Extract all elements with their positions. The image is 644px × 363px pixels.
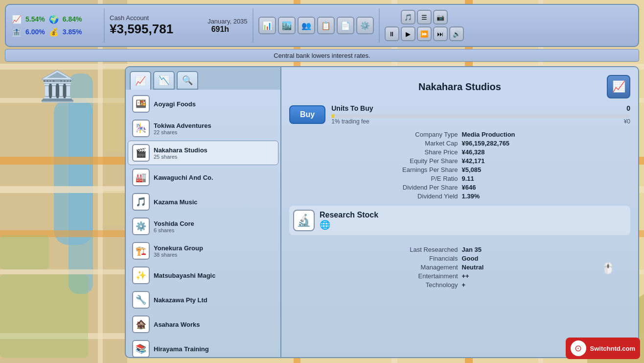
stock-item-yonekura[interactable]: 🏗️ Yonekura Group 38 shares <box>128 239 278 263</box>
date-hours: 691h <box>193 25 247 34</box>
share-price-value: ¥46,328 <box>462 148 631 156</box>
units-label-row: Units To Buy 0 <box>331 104 630 112</box>
pe-ratio-label: P/E Ratio <box>289 175 458 182</box>
stock-item-hirayama[interactable]: 📚 Hirayama Training <box>128 337 278 357</box>
stock-item-tokiwa[interactable]: 🎠 Tokiwa Adventures 22 shares <box>128 116 278 141</box>
tab-buy[interactable]: 📈 <box>130 71 151 90</box>
nakazawa-name: Nakazawa Pty Ltd <box>154 296 274 304</box>
svg-rect-23 <box>0 274 88 358</box>
tokiwa-shares: 22 shares <box>154 129 274 135</box>
hirayama-name: Hirayama Training <box>154 345 274 353</box>
stock-item-kazama[interactable]: 🎵 Kazama Music <box>128 190 278 214</box>
yonekura-name: Yonekura Group <box>154 244 274 252</box>
equity-per-share-value: ¥42,171 <box>462 157 631 165</box>
fee-row: 1% trading fee ¥0 <box>331 118 630 125</box>
photo-icon-btn[interactable]: 📷 <box>433 10 448 24</box>
fee-value: ¥0 <box>624 118 630 125</box>
asahara-info: Asahara Works <box>154 321 274 328</box>
yonekura-shares: 38 shares <box>154 252 274 258</box>
research-section[interactable]: 🔬 Research Stock 🌐 <box>289 206 630 235</box>
stocks-icon-btn[interactable]: 📊 <box>258 17 276 34</box>
stats-section: 📈 5.54% 🌍 6.84% 🏦 6.00% 💰 3.85% <box>11 13 99 38</box>
matsubayashi-name: Matsubayashi Magic <box>154 272 274 279</box>
company-type-label: Company Type <box>289 131 458 138</box>
units-slider[interactable] <box>331 114 630 118</box>
cash-date-section: Cash Account ¥3,595,781 January, 2035 69… <box>110 14 248 37</box>
music-icon-btn[interactable]: 🎵 <box>401 10 415 24</box>
stats-grid: Company Type Media Production Market Cap… <box>289 131 630 200</box>
last-researched-label: Last Researched <box>289 246 458 253</box>
stock-item-nakazawa[interactable]: 🔧 Nakazawa Pty Ltd <box>128 288 278 312</box>
stat4-icon: 💰 <box>48 26 60 38</box>
units-section: Units To Buy 0 1% trading fee ¥0 <box>331 104 630 125</box>
nintendo-symbol: ⊙ <box>571 340 586 356</box>
buy-button[interactable]: Buy <box>289 105 325 124</box>
pause-icon-btn[interactable]: ⏸ <box>385 26 399 41</box>
nintendo-logo[interactable]: ⊙ Switchntd.com <box>566 338 640 359</box>
kawaguchi-icon: 🏭 <box>132 169 150 186</box>
kawaguchi-name: Kawaguchi And Co. <box>154 174 274 181</box>
menu-icon-btn[interactable]: ☰ <box>417 10 432 24</box>
news-bar: Central bank lowers interest rates. <box>5 49 639 62</box>
tokiwa-icon: 🎠 <box>132 120 150 137</box>
cash-amount: ¥3,595,781 <box>110 22 173 37</box>
stock-item-kawaguchi[interactable]: 🏭 Kawaguchi And Co. <box>128 165 278 190</box>
stat4-value: 3.85% <box>63 28 82 36</box>
people-icon-btn[interactable]: 👥 <box>298 17 315 34</box>
music-row: 🎵 ☰ 📷 <box>401 10 448 24</box>
kazama-info: Kazama Music <box>154 198 274 206</box>
pe-ratio-value: 9.11 <box>462 175 631 182</box>
nakahara-name: Nakahara Studios <box>154 146 274 154</box>
company-name: Nakahara Studios <box>313 81 607 93</box>
kawaguchi-info: Kawaguchi And Co. <box>154 174 274 181</box>
management-value: Neutral <box>462 264 631 271</box>
units-value: 0 <box>626 104 630 112</box>
share-price-label: Share Price <box>289 148 458 156</box>
hirayama-icon: 📚 <box>132 340 150 357</box>
asahara-icon: 🏚️ <box>132 315 150 333</box>
company-type-value: Media Production <box>462 131 631 138</box>
action-icons: 📊 🏙️ 👥 📋 📄 ⚙️ <box>258 17 374 34</box>
yoshida-shares: 6 shares <box>154 227 274 233</box>
stat1-value: 5.54% <box>25 15 45 23</box>
settings-icon-btn[interactable]: ⚙️ <box>356 17 374 34</box>
chart-button[interactable]: 📈 <box>607 75 630 98</box>
dividend-yield-label: Dividend Yield <box>289 193 458 200</box>
fast-fwd-icon-btn[interactable]: ⏩ <box>417 26 432 41</box>
stat2-icon: 🌍 <box>48 13 60 25</box>
stock-item-matsubayashi[interactable]: ✨ Matsubayashi Magic <box>128 263 278 288</box>
fee-note: 1% trading fee <box>331 118 369 125</box>
date-section: January, 2035 691h <box>193 18 247 34</box>
yoshida-name: Yoshida Core <box>154 220 274 227</box>
stock-item-yoshida[interactable]: ⚙️ Yoshida Core 6 shares <box>128 214 278 239</box>
yonekura-info: Yonekura Group 38 shares <box>154 244 274 258</box>
stat-row-2: 🏦 6.00% 💰 3.85% <box>11 26 99 38</box>
cash-section: Cash Account ¥3,595,781 <box>110 14 173 37</box>
market-cap-label: Market Cap <box>289 140 458 147</box>
tab-search[interactable]: 🔍 <box>177 71 198 90</box>
faster-icon-btn[interactable]: ⏭ <box>433 26 448 41</box>
nakahara-shares: 25 shares <box>154 154 274 160</box>
tokiwa-name: Tokiwa Adventures <box>154 122 274 129</box>
stat3-value: 6.00% <box>25 28 45 36</box>
main-panel: 📈 📉 🔍 🍱 Aoyagi Foods 🎠 Tokiwa Adventures… <box>125 66 639 358</box>
stock-item-nakahara[interactable]: 🎬 Nakahara Studios 25 shares <box>128 141 278 165</box>
aoyagi-info: Aoyagi Foods <box>154 100 274 108</box>
tab-sell[interactable]: 📉 <box>153 71 175 90</box>
play-icon-btn[interactable]: ▶ <box>401 26 415 41</box>
asahara-name: Asahara Works <box>154 321 274 328</box>
mute-icon-btn[interactable]: 🔊 <box>449 26 464 41</box>
stock-list: 🍱 Aoyagi Foods 🎠 Tokiwa Adventures 22 sh… <box>126 90 280 357</box>
stock-item-aoyagi[interactable]: 🍱 Aoyagi Foods <box>128 92 278 116</box>
dividend-yield-value: 1.39% <box>462 193 631 200</box>
matsubayashi-icon: ✨ <box>132 266 150 284</box>
equity-per-share-label: Equity Per Share <box>289 157 458 165</box>
stock-item-asahara[interactable]: 🏚️ Asahara Works <box>128 312 278 337</box>
nakahara-info: Nakahara Studios 25 shares <box>154 146 274 160</box>
technology-label: Technology <box>289 281 458 289</box>
list-icon-btn[interactable]: 📄 <box>337 17 354 34</box>
dividend-per-share-label: Dividend Per Share <box>289 184 458 191</box>
report-icon-btn[interactable]: 📋 <box>317 17 335 34</box>
city-icon-btn[interactable]: 🏙️ <box>278 17 296 34</box>
nakazawa-icon: 🔧 <box>132 291 150 309</box>
